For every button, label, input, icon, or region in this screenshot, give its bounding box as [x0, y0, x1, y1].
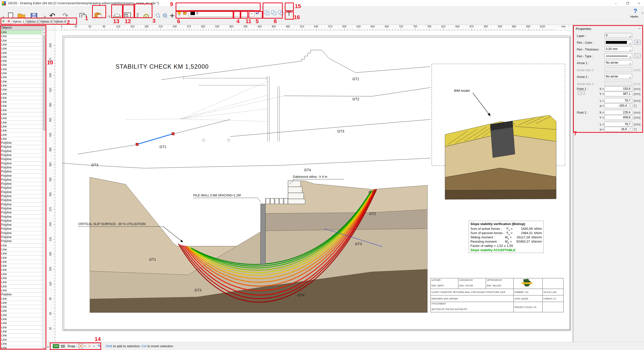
selected-line[interactable]: [136, 133, 174, 146]
arrow2-select[interactable]: No arrow▼: [605, 74, 632, 79]
pen-status-icon[interactable]: ✎: [98, 344, 101, 348]
point2-l-field[interactable]: 78,7: [605, 122, 632, 127]
object-list-item[interactable]: Line: [0, 285, 42, 289]
object-list-item[interactable]: Line: [0, 346, 42, 350]
spinner-icon[interactable]: ▲▼: [628, 104, 632, 108]
object-list-item[interactable]: Polyline: [0, 182, 42, 186]
object-list-item[interactable]: Polyline: [0, 231, 42, 235]
object-list-item[interactable]: Line: [0, 133, 42, 137]
tab-vykres-1[interactable]: Výkres 1: [12, 18, 25, 25]
object-list-item[interactable]: Line: [0, 100, 42, 104]
line-handle-end[interactable]: [172, 133, 174, 135]
object-list-item[interactable]: Line: [0, 96, 42, 100]
point1-l-field[interactable]: 78,7: [605, 98, 632, 103]
help-icon[interactable]: ?: [633, 8, 637, 15]
scroll-down-icon[interactable]: ▼: [42, 347, 46, 349]
object-list-item[interactable]: Polyline: [0, 227, 42, 231]
point-swap-button[interactable]: ↕: [578, 91, 585, 95]
object-list-item[interactable]: Line: [0, 248, 42, 252]
help-dropdown-icon[interactable]: ▼: [641, 12, 643, 14]
object-list-item[interactable]: Line: [0, 252, 42, 256]
object-list-item[interactable]: Line: [0, 92, 42, 96]
restore-button[interactable]: [622, 0, 633, 7]
object-list-item[interactable]: Line: [0, 334, 42, 338]
object-list-item[interactable]: Polyline: [0, 293, 42, 297]
snap-mode-icon[interactable]: [78, 344, 83, 348]
object-list-item[interactable]: Line: [0, 342, 42, 346]
list-status-icon[interactable]: [61, 345, 65, 348]
pen-thickness-select[interactable]: 0,30 mm▼: [605, 47, 632, 52]
scrollbar-thumb[interactable]: [43, 35, 46, 130]
object-list-item[interactable]: Line: [0, 264, 42, 268]
tab-vykres-3[interactable]: Výkres 3: [39, 18, 53, 25]
object-list-item[interactable]: Line: [0, 272, 42, 276]
pen-type-select[interactable]: ▼: [605, 53, 632, 58]
object-list-item[interactable]: Line: [0, 121, 42, 125]
drawing-canvas[interactable]: BIM model STABILITY CHECK KM 1,52000 CRI…: [55, 30, 573, 342]
objects-scrollbar[interactable]: ▲ ▼: [42, 30, 46, 350]
object-list-item[interactable]: Line: [0, 276, 42, 280]
object-list-item[interactable]: Polyline: [0, 223, 42, 227]
object-list-item[interactable]: Line: [0, 63, 42, 67]
snap-dropdown-icon[interactable]: ▼: [84, 345, 86, 347]
minimize-button[interactable]: –: [610, 0, 622, 7]
pen-type-more-button[interactable]: ...: [634, 53, 641, 58]
object-list-item[interactable]: Line: [0, 108, 42, 112]
point2-x-field[interactable]: 229,4: [605, 110, 632, 115]
object-list-item[interactable]: Polyline: [0, 198, 42, 202]
move-objects-icon[interactable]: [271, 11, 276, 15]
pen-color-select[interactable]: ▼: [605, 40, 632, 45]
object-list-item[interactable]: Polyline: [0, 239, 42, 243]
object-list-item[interactable]: Line: [0, 39, 42, 43]
object-list-item[interactable]: Line: [0, 256, 42, 260]
object-list-item[interactable]: Polyline: [0, 174, 42, 178]
close-button[interactable]: ×: [633, 0, 644, 7]
object-list-item[interactable]: Line: [0, 47, 42, 51]
object-list-item[interactable]: Polyline: [0, 141, 42, 145]
object-list-item[interactable]: Line: [0, 137, 42, 141]
object-list-item[interactable]: Line: [0, 34, 42, 38]
magnet-dropdown-icon[interactable]: ▼: [93, 345, 95, 347]
object-list-item[interactable]: Line: [0, 59, 42, 63]
object-list-item[interactable]: Polyline: [0, 235, 42, 239]
tab-vykres-4[interactable]: Výkres 4: [53, 18, 67, 25]
filter-icon[interactable]: [287, 11, 291, 14]
object-list-item[interactable]: Line: [0, 268, 42, 272]
object-list-item[interactable]: Line: [0, 80, 42, 84]
object-list-item[interactable]: Line: [0, 88, 42, 92]
object-list-item[interactable]: Line: [0, 30, 42, 34]
layer-visibility-icon[interactable]: [178, 11, 181, 14]
array-objects-icon[interactable]: [278, 11, 283, 15]
point1-angle-field[interactable]: -163,4▲▼: [605, 103, 632, 108]
object-list-item[interactable]: Line: [0, 338, 42, 342]
apply-layer-icon[interactable]: ↵: [256, 11, 259, 16]
magnet-icon[interactable]: ∩: [88, 343, 91, 348]
object-list-item[interactable]: Line: [0, 280, 42, 284]
object-list-item[interactable]: Line: [0, 317, 42, 321]
point2-angle-field[interactable]: 16,6▲▼: [605, 127, 632, 132]
zoom-selection-icon[interactable]: [156, 14, 160, 17]
object-list-item[interactable]: Polyline: [0, 215, 42, 219]
object-list-item[interactable]: Line: [0, 260, 42, 264]
cad-status-icon[interactable]: CAD: [53, 344, 59, 348]
point1-y-field[interactable]: 387,1: [605, 91, 632, 96]
object-list-item[interactable]: Polyline: [0, 170, 42, 174]
object-list-item[interactable]: Line: [0, 71, 42, 75]
object-list-item[interactable]: Line: [0, 104, 42, 108]
add-sheet-button[interactable]: +: [2, 19, 5, 24]
object-list-item[interactable]: Line: [0, 67, 42, 71]
object-list-item[interactable]: Line: [0, 116, 42, 120]
layer-combo-dropdown-icon[interactable]: ▼: [251, 13, 253, 15]
object-list-item[interactable]: Line: [0, 75, 42, 79]
close-sheet-button[interactable]: ×: [8, 19, 10, 24]
zoom-in-icon[interactable]: +: [163, 14, 167, 17]
object-list-item[interactable]: Line: [0, 55, 42, 59]
point2-y-field[interactable]: 409,6: [605, 115, 632, 120]
object-list-item[interactable]: Line: [0, 244, 42, 248]
object-list-item[interactable]: Line: [0, 129, 42, 133]
eyedropper-button[interactable]: ✎: [634, 40, 641, 45]
object-list-item[interactable]: Line: [0, 330, 42, 334]
object-list-item[interactable]: Polyline: [0, 153, 42, 157]
object-list-item[interactable]: Line: [0, 321, 42, 325]
object-list-item[interactable]: Polyline: [0, 211, 42, 215]
